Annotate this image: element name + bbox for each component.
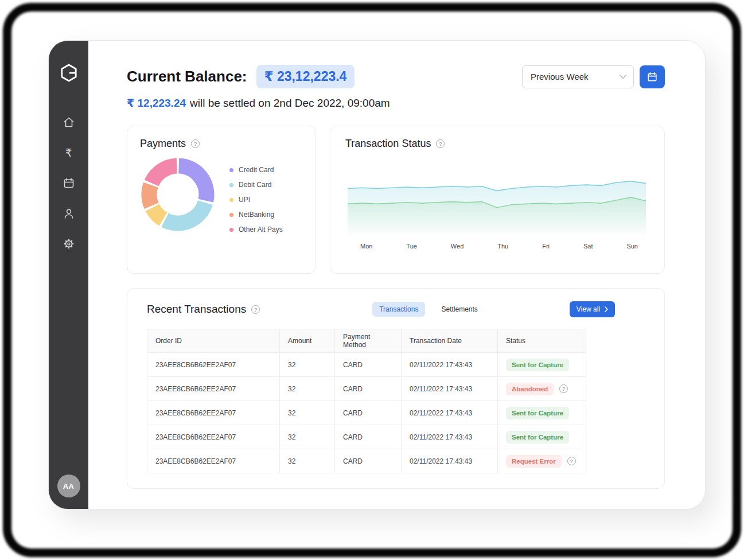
payments-body: Credit CardDebit CardUPINetBankingOther … <box>140 157 303 234</box>
rupee-icon: ₹ <box>65 147 72 158</box>
payments-donut-chart <box>140 157 216 232</box>
calendar-icon <box>63 177 75 189</box>
status-card-title-row: Transaction Status ? <box>345 138 649 150</box>
recent-transactions-card: Recent Transactions ? Transactions Settl… <box>127 288 665 489</box>
column-header: Transaction Date <box>401 329 497 352</box>
sidebar-item-customers[interactable] <box>62 207 76 220</box>
balance-header: Current Balance: ₹ 23,12,223.4 Previous … <box>127 65 665 88</box>
header-controls: Previous Week <box>522 65 665 88</box>
hexagon-g-logo-icon <box>60 64 77 82</box>
legend-label: NetBanking <box>239 211 274 219</box>
calendar-icon <box>646 71 658 83</box>
cell-transaction-date: 02/11/2022 17:43:43 <box>401 376 497 400</box>
status-badge: Request Error <box>506 455 562 468</box>
x-axis-labels: MonTueWedThuFriSatSun <box>345 243 649 250</box>
transactions-table: Order IDAmountPayment MethodTransaction … <box>147 329 586 473</box>
app-window: ₹ <box>48 40 706 510</box>
legend-item: NetBanking <box>229 211 283 219</box>
transactions-title: Recent Transactions <box>147 303 246 316</box>
sidebar-item-home[interactable] <box>62 115 76 129</box>
cell-transaction-date: 02/11/2022 17:43:43 <box>401 449 497 473</box>
cell-transaction-date: 02/11/2022 17:43:43 <box>401 352 497 376</box>
main-content: Current Balance: ₹ 23,12,223.4 Previous … <box>127 65 665 509</box>
cell-amount: 32 <box>279 449 334 473</box>
cell-payment-method: CARD <box>334 449 401 473</box>
calendar-button[interactable] <box>640 65 665 88</box>
payments-card: Payments ? Credit CardDebit CardUPINetBa… <box>127 126 316 274</box>
app-logo <box>60 64 77 84</box>
transactions-header: Recent Transactions ? Transactions Settl… <box>147 301 645 317</box>
settlement-amount: ₹ 12,223.24 <box>127 96 186 110</box>
legend-item: Debit Card <box>229 181 283 189</box>
cell-status: Sent for Capture <box>497 352 586 376</box>
view-all-label: View all <box>576 305 600 313</box>
x-axis-label: Sun <box>626 243 638 250</box>
cell-order-id: 23AEE8CB6B62EE2AF07 <box>147 400 279 425</box>
payments-card-title-row: Payments ? <box>140 138 303 150</box>
transaction-status-chart <box>348 164 646 237</box>
transaction-status-card: Transaction Status ? MonTueWedThuFriSatS… <box>330 126 665 274</box>
view-all-button[interactable]: View all <box>570 301 615 317</box>
cell-amount: 32 <box>279 400 334 425</box>
avatar[interactable]: AA <box>57 475 80 497</box>
balance-label: Current Balance: <box>127 68 247 85</box>
legend-label: UPI <box>239 196 250 204</box>
cell-order-id: 23AEE8CB6B62EE2AF07 <box>147 376 279 400</box>
legend-item: Credit Card <box>229 166 283 174</box>
status-badge: Abandoned <box>506 383 554 395</box>
balance-value: ₹ 23,12,223.4 <box>256 65 355 88</box>
x-axis-label: Wed <box>451 243 463 250</box>
sidebar-item-settlements[interactable] <box>62 176 76 190</box>
cell-status: Sent for Capture <box>497 425 586 449</box>
period-select-value: Previous Week <box>531 72 589 81</box>
payments-title: Payments <box>140 138 186 150</box>
column-header: Order ID <box>147 329 279 352</box>
tab-settlements[interactable]: Settlements <box>434 302 484 317</box>
legend-dot <box>229 198 233 202</box>
sidebar-nav: ₹ <box>62 115 76 251</box>
help-icon[interactable]: ? <box>436 139 445 148</box>
column-header: Payment Method <box>334 329 401 352</box>
legend-dot <box>229 228 233 232</box>
cell-order-id: 23AEE8CB6B62EE2AF07 <box>147 352 279 376</box>
gear-icon <box>63 238 75 250</box>
cell-payment-method: CARD <box>334 376 401 400</box>
x-axis-label: Sat <box>583 243 593 250</box>
cell-payment-method: CARD <box>334 352 401 376</box>
settlement-text: will be settled on 2nd Dec 2022, 09:00am <box>190 97 390 110</box>
user-icon <box>63 207 75 220</box>
settlement-line: ₹ 12,223.24 will be settled on 2nd Dec 2… <box>127 96 665 110</box>
period-select[interactable]: Previous Week <box>522 65 634 88</box>
status-badge: Sent for Capture <box>506 431 569 444</box>
cell-amount: 32 <box>279 425 334 449</box>
x-axis-label: Fri <box>542 243 550 250</box>
column-header: Status <box>497 329 586 352</box>
sidebar-item-payments[interactable]: ₹ <box>62 146 76 160</box>
cell-transaction-date: 02/11/2022 17:43:43 <box>401 425 497 449</box>
cell-payment-method: CARD <box>334 400 401 425</box>
column-header: Amount <box>279 329 334 352</box>
help-icon[interactable]: ? <box>567 457 576 465</box>
legend-label: Debit Card <box>239 181 271 189</box>
tab-transactions[interactable]: Transactions <box>372 302 425 317</box>
summary-cards-row: Payments ? Credit CardDebit CardUPINetBa… <box>127 126 665 274</box>
sidebar-item-settings[interactable] <box>62 237 76 251</box>
cell-amount: 32 <box>279 352 334 376</box>
transactions-tabs: Transactions Settlements <box>372 302 485 317</box>
cell-status: Sent for Capture <box>497 400 586 425</box>
cell-order-id: 23AEE8CB6B62EE2AF07 <box>147 425 279 449</box>
legend-item: UPI <box>229 196 283 204</box>
cell-status: Abandoned? <box>497 376 586 400</box>
legend-item: Other Alt Pays <box>229 225 283 234</box>
legend-dot <box>229 183 233 187</box>
status-badge: Sent for Capture <box>506 359 569 371</box>
cell-status: Request Error? <box>497 449 586 473</box>
chevron-down-icon <box>620 75 626 79</box>
help-icon[interactable]: ? <box>191 139 200 148</box>
home-icon <box>63 116 75 129</box>
payments-legend: Credit CardDebit CardUPINetBankingOther … <box>229 166 283 234</box>
help-icon[interactable]: ? <box>251 305 260 314</box>
legend-dot <box>229 213 233 217</box>
help-icon[interactable]: ? <box>559 384 568 393</box>
legend-dot <box>229 168 233 172</box>
